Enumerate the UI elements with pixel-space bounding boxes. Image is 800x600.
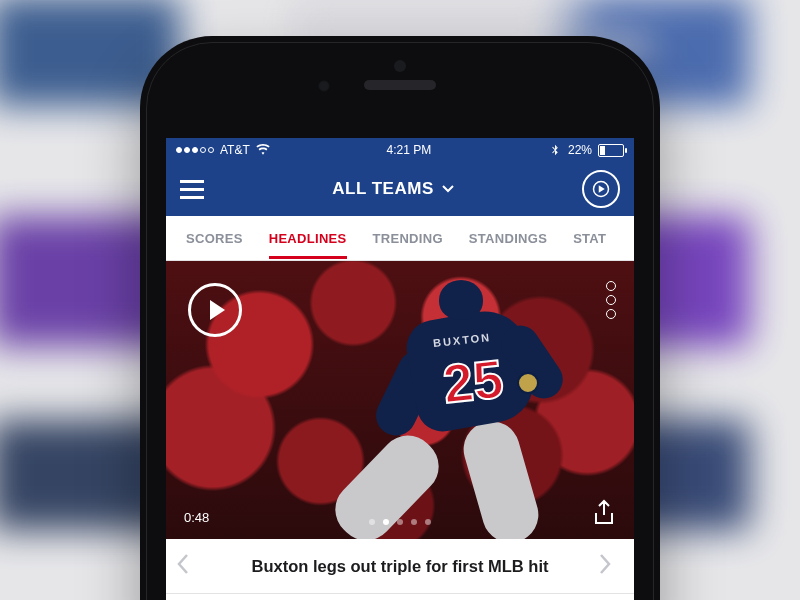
tab-scores[interactable]: SCORES (186, 231, 243, 246)
team-picker[interactable]: ALL TEAMS (332, 179, 453, 199)
prev-headline-button[interactable] (176, 553, 202, 579)
bluetooth-icon (548, 143, 562, 157)
phone-frame: AT&T 4:21 PM 22% ALL TEAMS (140, 36, 660, 600)
proximity-sensor (394, 60, 406, 72)
tab-standings[interactable]: STANDINGS (469, 231, 547, 246)
screen: AT&T 4:21 PM 22% ALL TEAMS (166, 138, 634, 600)
carrier-label: AT&T (220, 143, 250, 157)
nav-title-label: ALL TEAMS (332, 179, 433, 199)
nav-bar: ALL TEAMS (166, 162, 634, 216)
chevron-right-icon (598, 553, 612, 575)
tab-headlines[interactable]: HEADLINES (269, 231, 347, 246)
menu-button[interactable] (180, 180, 204, 199)
chevron-left-icon (176, 553, 190, 575)
headline-title: Buxton legs out triple for first MLB hit (202, 557, 598, 576)
tab-stats[interactable]: STAT (573, 231, 606, 246)
player-art: BUXTON 25 (381, 278, 581, 538)
wifi-icon (256, 143, 270, 157)
status-bar: AT&T 4:21 PM 22% (166, 138, 634, 162)
video-duration: 0:48 (184, 510, 209, 525)
share-button[interactable] (592, 499, 616, 527)
chevron-down-icon (442, 183, 454, 195)
headline-caption-row: Buxton legs out triple for first MLB hit (166, 539, 634, 594)
play-button[interactable] (188, 283, 242, 337)
more-options-button[interactable] (606, 281, 616, 319)
carousel-pager[interactable] (369, 519, 431, 525)
battery-pct-label: 22% (568, 143, 592, 157)
signal-strength-icon (176, 147, 214, 153)
clock-label: 4:21 PM (387, 143, 432, 157)
headline-video[interactable]: BUXTON 25 0:48 (166, 261, 634, 539)
front-camera (318, 80, 330, 92)
section-tabs: SCORES HEADLINES TRENDING STANDINGS STAT (166, 216, 634, 261)
next-headline-button[interactable] (598, 553, 624, 579)
logo-button[interactable] (582, 170, 620, 208)
earpiece (364, 80, 436, 90)
battery-icon (598, 144, 624, 157)
jersey-number: 25 (440, 347, 506, 415)
tab-trending[interactable]: TRENDING (373, 231, 443, 246)
baseball-play-icon (592, 180, 610, 198)
